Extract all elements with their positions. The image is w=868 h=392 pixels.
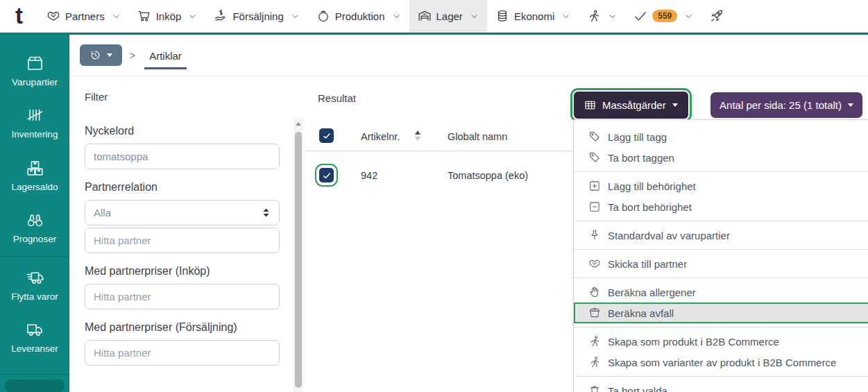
nav-item-forsaljning[interactable]: Försäljning	[205, 0, 307, 32]
runner-icon	[588, 356, 601, 368]
bulk-actions-dropdown-menu: Lägg till taggTa bort taggenLägg till be…	[573, 119, 868, 392]
app-logo[interactable]: t	[0, 0, 38, 32]
menu-item-ta-bort-taggen[interactable]: Ta bort taggen	[574, 147, 868, 168]
waste-icon	[588, 307, 601, 319]
nav-item-label: Inköp	[156, 10, 182, 22]
handshake-icon	[46, 9, 60, 23]
sidebar-item-label: Prognoser	[13, 234, 56, 244]
menu-item-label: Skapa som produkt i B2B Commerce	[608, 336, 779, 348]
filter-label-nyckelord: Nyckelord	[85, 125, 280, 137]
menu-item-standardval-av-varupartier[interactable]: Standardval av varupartier	[574, 225, 868, 246]
cell-globalt-namn: Tomatsoppa (eko)	[448, 170, 528, 181]
menu-item-skapa-som-produkt-i-b2b-commerce[interactable]: Skapa som produkt i B2B Commerce	[574, 331, 868, 352]
sidebar-item-leveranser[interactable]: Leveranser	[0, 312, 69, 364]
cell-artikelnr: 942	[361, 170, 377, 181]
partnerrelation-select[interactable]	[85, 200, 280, 225]
breadcrumb-current-artiklar[interactable]: Artiklar	[144, 50, 187, 69]
menu-item-label: Ta bort valda	[608, 385, 667, 392]
tag-icon	[588, 151, 601, 164]
chevron-down-icon	[684, 12, 693, 21]
nav-item-label: Lager	[436, 10, 463, 22]
top-nav-menu: PartnersInköpFörsäljningProduktionLagerE…	[38, 0, 732, 32]
warehouse-icon	[418, 9, 432, 23]
menu-item-ta-bort-valda[interactable]: Ta bort valda	[574, 380, 868, 392]
nav-item-produktion[interactable]: Produktion	[308, 0, 409, 32]
sidebar-item-label: Lagersaldo	[12, 182, 58, 192]
truck-icon	[26, 321, 44, 339]
menu-item-label: Lägg till behörighet	[608, 180, 696, 192]
sort-desc-icon	[415, 137, 420, 141]
menu-item-label: Skapa som varianter av produkt i B2B Com…	[608, 357, 836, 368]
menu-item-lagg-till-tagg[interactable]: Lägg till tagg	[574, 126, 868, 147]
top-navigation-bar: t PartnersInköpFörsäljningProduktionLage…	[0, 0, 868, 33]
menu-group: Skapa som produkt i B2B CommerceSkapa so…	[574, 327, 868, 376]
filter-label-med-partnerpriser-forsaljning: Med partnerpriser (Försäljning)	[85, 321, 280, 334]
pin-icon	[588, 229, 601, 241]
sidebar: VarupartierInventeringLagersaldoPrognose…	[0, 35, 69, 392]
menu-group: Standardval av varupartier	[574, 221, 868, 249]
nav-item-tasks[interactable]: 559	[625, 0, 701, 32]
filter-scrollbar[interactable]	[293, 118, 303, 392]
menu-item-ta-bort-behorighet[interactable]: Ta bort behörighet	[574, 196, 868, 217]
tag-icon	[588, 130, 601, 143]
sidebar-item-lagersaldo[interactable]: Lagersaldo	[0, 149, 69, 202]
sidebar-item-flytta-varor[interactable]: Flytta varor	[0, 259, 69, 312]
boxes-icon	[26, 159, 44, 178]
med-partnerpriser-inkop-input[interactable]	[85, 284, 280, 309]
binoculars-icon	[26, 211, 44, 230]
app-window: t PartnersInköpFörsäljningProduktionLage…	[0, 0, 868, 392]
nav-item-partners[interactable]: Partners	[38, 0, 129, 32]
hand-icon	[588, 286, 601, 298]
history-dropdown-button[interactable]	[80, 44, 122, 66]
results-title: Resultat	[318, 92, 356, 104]
nav-item-launch[interactable]	[701, 0, 732, 32]
sidebar-item-label: Varupartier	[12, 77, 58, 87]
sidebar-item-inventering[interactable]: Inventering	[0, 97, 69, 150]
chevron-down-icon	[470, 12, 479, 21]
truck-fast-icon	[26, 269, 44, 287]
sort-toggle[interactable]	[415, 130, 420, 141]
scrollbar-thumb[interactable]	[295, 132, 302, 388]
tally-icon	[26, 106, 44, 125]
row-checkbox[interactable]	[319, 168, 334, 182]
menu-item-berakna-allergener[interactable]: Beräkna allergener	[574, 282, 868, 302]
select-all-checkbox[interactable]	[319, 128, 334, 143]
nav-item-inkop[interactable]: Inköp	[129, 0, 206, 32]
nav-item-lager[interactable]: Lager	[409, 0, 487, 32]
select-arrows-icon	[262, 206, 271, 222]
bulk-actions-label: Massåtgärder	[602, 99, 666, 111]
column-header-globalt-namn[interactable]: Globalt namn	[448, 131, 507, 142]
menu-item-lagg-till-behorighet[interactable]: Lägg till behörighet	[574, 176, 868, 196]
caret-down-icon	[848, 103, 853, 107]
check-icon	[323, 132, 331, 140]
partnerrelation-input[interactable]	[85, 228, 280, 253]
filter-label-partnerrelation: Partnerrelation	[85, 181, 280, 194]
filter-field-med-partnerpriser-forsaljning: Med partnerpriser (Försäljning)	[85, 321, 280, 366]
sidebar-active-item-peek[interactable]	[5, 380, 65, 392]
runner-icon	[587, 9, 601, 23]
sidebar-item-prognoser[interactable]: Prognoser	[0, 202, 69, 255]
page-size-button[interactable]: Antal per sida: 25 (1 totalt)	[710, 92, 862, 118]
menu-item-skicka-till-partner[interactable]: Skicka till partner	[574, 253, 868, 274]
menu-item-label: Ta bort behörighet	[608, 201, 692, 213]
pot-icon	[316, 9, 330, 23]
menu-item-skapa-som-varianter-av-produkt-i-b2b-commerce[interactable]: Skapa som varianter av produkt i B2B Com…	[574, 352, 868, 373]
menu-item-label: Standardval av varupartier	[608, 230, 730, 241]
bulk-actions-button[interactable]: Massåtgärder	[574, 92, 688, 119]
nyckelord-input[interactable]	[85, 144, 280, 169]
med-partnerpriser-forsaljning-input[interactable]	[85, 340, 280, 366]
filter-panel: NyckelordPartnerrelationMed partnerprise…	[85, 125, 280, 377]
nav-item-ekonomi[interactable]: Ekonomi	[487, 0, 579, 32]
column-header-artikelnr[interactable]: Artikelnr.	[361, 131, 400, 142]
scrollbar-up-arrow-icon[interactable]	[293, 118, 303, 129]
plus-square-icon	[588, 180, 601, 192]
table-icon	[584, 99, 596, 111]
nav-item-activity[interactable]	[579, 0, 625, 32]
check-icon	[633, 9, 647, 23]
minus-square-icon	[588, 201, 601, 213]
chevron-down-icon	[291, 12, 300, 21]
breadcrumb-bar: > Artiklar	[69, 35, 868, 76]
menu-item-berakna-avfall[interactable]: Beräkna avfall	[574, 302, 868, 323]
chevron-down-icon	[188, 12, 197, 21]
sidebar-item-varupartier[interactable]: Varupartier	[0, 44, 69, 97]
